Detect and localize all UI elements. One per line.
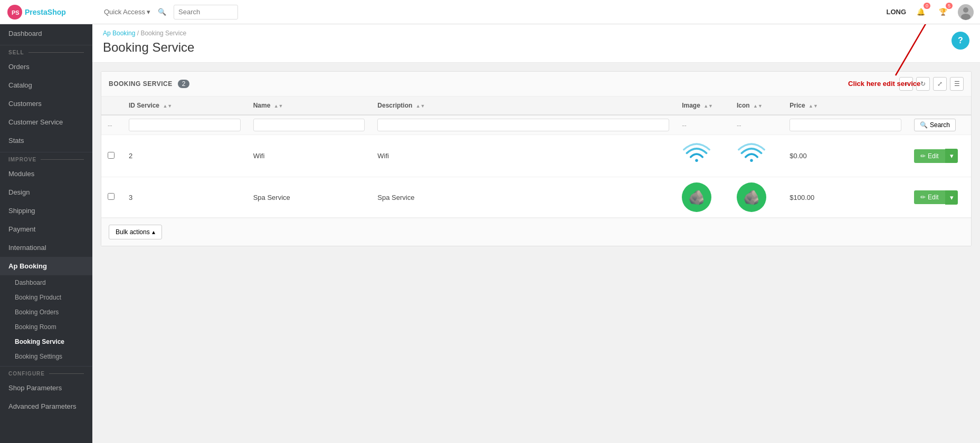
row1-checkbox[interactable] <box>108 152 115 159</box>
search-icon: 🔍 <box>920 121 928 129</box>
row1-checkbox-cell[interactable] <box>101 135 122 177</box>
wifi-image-icon <box>682 140 711 170</box>
content-wrapper: BOOKING SERVICE 2 ＋ ↻ ⤢ ☰ ID Se <box>92 63 980 255</box>
sort-icon-icon[interactable]: ▲▼ <box>753 103 763 109</box>
sidebar-section-improve: IMPROVE <box>0 152 92 165</box>
sidebar-item-payment[interactable]: Payment <box>0 220 92 238</box>
sidebar-item-shipping[interactable]: Shipping <box>0 201 92 220</box>
sidebar-item-customer-service[interactable]: Customer Service <box>0 113 92 131</box>
row2-checkbox[interactable] <box>108 193 115 200</box>
row2-name: Spa Service <box>247 177 372 218</box>
table-header: BOOKING SERVICE 2 ＋ ↻ ⤢ ☰ <box>101 72 971 97</box>
table-row: 3 Spa Service Spa Service 🪨 🪨 $100.00 <box>101 177 971 218</box>
filter-id-input[interactable] <box>129 119 241 131</box>
svg-point-4 <box>963 7 968 13</box>
col-description: Description ▲▼ <box>371 97 675 115</box>
trophy-count: 5 <box>946 3 953 9</box>
breadcrumb-current: Booking Service <box>140 30 186 37</box>
row2-checkbox-cell[interactable] <box>101 177 122 218</box>
sidebar-item-modules[interactable]: Modules <box>0 165 92 183</box>
sidebar-item-ap-booking[interactable]: Ap Booking <box>0 257 92 275</box>
sidebar-sub-booking-settings[interactable]: Booking Settings <box>0 349 92 364</box>
filter-price[interactable] <box>783 115 908 135</box>
svg-text:PS: PS <box>12 9 20 16</box>
prestashop-logo: PS PrestaShop <box>6 4 75 21</box>
topbar-links: Quick Access ▾ 🔍 <box>104 5 881 20</box>
wifi-icon-cell <box>737 140 766 170</box>
sidebar-sub-booking-room[interactable]: Booking Room <box>0 320 92 334</box>
sort-name-icon[interactable]: ▲▼ <box>274 103 283 109</box>
bulk-actions-button[interactable]: Bulk actions ▴ <box>109 225 162 239</box>
topbar-right: LONG 🔔 0 🏆 5 <box>886 4 974 20</box>
chevron-down-icon: ▾ <box>147 8 150 16</box>
sidebar-item-advanced-parameters[interactable]: Advanced Parameters <box>0 397 92 416</box>
row2-edit-dropdown[interactable]: ▾ <box>945 190 958 205</box>
filter-icon: -- <box>730 115 783 135</box>
chevron-down-icon: ▾ <box>950 194 954 201</box>
row1-description: Wifi <box>371 135 675 177</box>
row1-edit-dropdown[interactable]: ▾ <box>945 149 958 163</box>
svg-point-5 <box>961 14 971 20</box>
notifications-btn[interactable]: 🔔 0 <box>914 5 928 20</box>
settings-icon-btn[interactable]: ☰ <box>950 77 964 91</box>
filter-image: -- <box>675 115 730 135</box>
row1-icon <box>730 135 783 177</box>
pencil-icon: ✏ <box>920 152 926 160</box>
topbar-search-input[interactable] <box>174 8 237 16</box>
topbar-search-box[interactable] <box>174 5 238 20</box>
content-area: Ap Booking / Booking Service Booking Ser… <box>92 24 980 443</box>
trophy-btn[interactable]: 🏆 5 <box>936 5 950 20</box>
help-button[interactable]: ? <box>952 32 969 50</box>
filter-desc-input[interactable] <box>377 119 669 131</box>
sidebar-sub-booking-orders[interactable]: Booking Orders <box>0 305 92 320</box>
quick-access-btn[interactable]: Quick Access ▾ <box>104 8 150 16</box>
sidebar-sub-booking-product[interactable]: Booking Product <box>0 290 92 305</box>
sidebar-item-shop-parameters[interactable]: Shop Parameters <box>0 379 92 397</box>
sort-price-icon[interactable]: ▲▼ <box>808 103 818 109</box>
sidebar-sub-dashboard[interactable]: Dashboard <box>0 275 92 290</box>
search-icon-btn[interactable]: 🔍 <box>158 8 166 16</box>
sidebar-item-dashboard[interactable]: Dashboard <box>0 24 92 43</box>
row2-edit-button[interactable]: ✏ Edit <box>914 190 945 204</box>
sidebar-sub-booking-service[interactable]: Booking Service <box>0 334 92 349</box>
row2-description: Spa Service <box>371 177 675 218</box>
col-image: Image ▲▼ <box>675 97 730 115</box>
sidebar: Dashboard SELL Orders Catalog Customers … <box>0 24 92 443</box>
filter-desc[interactable] <box>371 115 675 135</box>
filter-search[interactable]: 🔍 Search <box>908 115 971 135</box>
filter-name[interactable] <box>247 115 372 135</box>
table-section: BOOKING SERVICE 2 ＋ ↻ ⤢ ☰ ID Se <box>101 71 972 246</box>
breadcrumb-parent[interactable]: Ap Booking <box>103 30 135 37</box>
filter-name-input[interactable] <box>253 119 365 131</box>
row1-edit-button[interactable]: ✏ Edit <box>914 149 945 163</box>
add-icon-btn[interactable]: ＋ <box>899 77 913 91</box>
sidebar-item-customers[interactable]: Customers <box>0 94 92 113</box>
table-row: 2 Wifi Wifi <box>101 135 971 177</box>
notif-count: 0 <box>924 3 930 9</box>
refresh-icon-btn[interactable]: ↻ <box>916 77 930 91</box>
table-header-actions: ＋ ↻ ⤢ ☰ <box>899 77 964 91</box>
sort-id-icon[interactable]: ▲▼ <box>163 103 172 109</box>
filter-id[interactable] <box>122 115 247 135</box>
sidebar-item-orders[interactable]: Orders <box>0 57 92 76</box>
row2-price: $100.00 <box>783 177 908 218</box>
row1-edit-group: ✏ Edit ▾ <box>914 149 965 163</box>
sort-image-icon[interactable]: ▲▼ <box>703 103 713 109</box>
spa-icon-cell: 🪨 <box>737 182 766 212</box>
section-title: BOOKING SERVICE <box>109 80 173 88</box>
sort-desc-icon[interactable]: ▲▼ <box>416 103 425 109</box>
sidebar-item-stats[interactable]: Stats <box>0 131 92 150</box>
row2-actions: ✏ Edit ▾ <box>908 177 971 218</box>
sidebar-item-catalog[interactable]: Catalog <box>0 76 92 94</box>
expand-icon-btn[interactable]: ⤢ <box>933 77 947 91</box>
search-button[interactable]: 🔍 Search <box>914 119 956 131</box>
col-price: Price ▲▼ <box>783 97 908 115</box>
sidebar-item-international[interactable]: International <box>0 238 92 257</box>
filter-price-input[interactable] <box>789 119 901 131</box>
col-checkbox <box>101 97 122 115</box>
avatar[interactable] <box>958 4 974 20</box>
sidebar-item-design[interactable]: Design <box>0 183 92 201</box>
bulk-area: Bulk actions ▴ <box>101 218 971 246</box>
row2-id: 3 <box>122 177 247 218</box>
row2-edit-group: ✏ Edit ▾ <box>914 190 965 205</box>
